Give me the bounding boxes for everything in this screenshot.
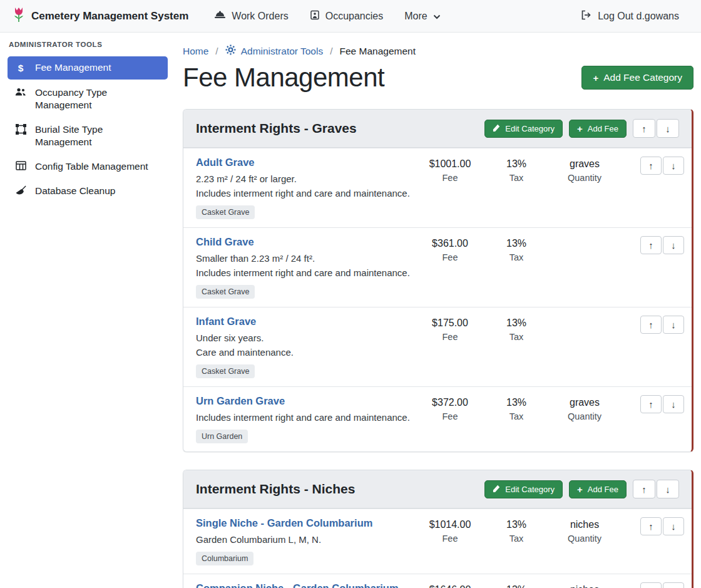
breadcrumb-separator: /	[330, 46, 332, 57]
fee-description: Includes interment right and care and ma…	[196, 186, 415, 200]
add-fee-button[interactable]: + Add Fee	[569, 480, 627, 498]
fee-move-down-button[interactable]: ↓	[663, 236, 684, 254]
fee-name-link[interactable]: Adult Grave	[196, 157, 255, 168]
sidebar-item-database-cleanup[interactable]: Database Cleanup	[8, 180, 168, 202]
fee-name-link[interactable]: Companion Niche - Garden Columbarium	[196, 582, 399, 588]
fee-info: Urn Garden Grave Includes interment righ…	[196, 395, 415, 443]
tax-value: 13%	[485, 237, 548, 250]
fee-type-badge: Casket Grave	[196, 285, 255, 299]
fee-row: Infant Grave Under six years. Care and m…	[183, 307, 692, 386]
vector-square-icon	[14, 124, 27, 135]
fee-move-down-button[interactable]: ↓	[663, 157, 684, 175]
fee-type-badge: Casket Grave	[196, 364, 255, 378]
fee-move-up-button[interactable]: ↑	[640, 316, 662, 334]
tax-value: 13%	[485, 396, 548, 410]
tax-value: 13%	[485, 518, 548, 532]
category-move-down-button[interactable]: ↓	[657, 119, 679, 138]
fee-row: Adult Grave 2.23 m² / 24 ft² or larger. …	[183, 148, 692, 227]
fee-move-up-button[interactable]: ↑	[640, 582, 662, 588]
edit-category-button[interactable]: Edit Category	[484, 480, 563, 498]
fee-amount: $372.00	[415, 396, 485, 410]
fee-row: Companion Niche - Garden Columbarium Gar…	[183, 574, 692, 588]
sidebar-item-label: Fee Management	[35, 61, 111, 74]
breadcrumb-separator: /	[215, 46, 218, 57]
fee-info: Single Niche - Garden Columbarium Garden…	[196, 517, 415, 565]
fee-amount-cell: $361.00 Fee	[415, 236, 485, 262]
fee-name-link[interactable]: Child Grave	[196, 236, 254, 248]
sidebar-item-label: Occupancy Type Management	[35, 86, 161, 111]
sidebar-item-burial-site-type-management[interactable]: Burial Site Type Management	[8, 118, 168, 153]
fee-amount-cell: $1646.00 Fee	[415, 582, 485, 588]
nav-more[interactable]: More	[395, 6, 449, 27]
category-header: Interment Rights - Niches Edit Category …	[183, 470, 692, 508]
sidebar-item-label: Config Table Management	[35, 160, 148, 173]
fee-description: Care and maintenance.	[196, 345, 415, 359]
sidebar-heading: ADMINISTRATOR TOOLS	[0, 41, 175, 54]
chevron-down-icon	[433, 11, 441, 22]
breadcrumb-current: Fee Management	[340, 46, 416, 57]
tax-cell: 13% Tax	[485, 236, 548, 262]
category-move-down-button[interactable]: ↓	[657, 480, 679, 498]
fee-move-up-button[interactable]: ↑	[640, 395, 662, 413]
fee-move-up-button[interactable]: ↑	[640, 517, 662, 535]
quantity-value: niches	[548, 518, 622, 532]
fee-name-link[interactable]: Single Niche - Garden Columbarium	[196, 517, 372, 529]
quantity-value: graves	[548, 157, 622, 171]
quantity-value: graves	[548, 396, 622, 410]
nav-occupancies-label: Occupancies	[325, 11, 384, 22]
fee-move-down-button[interactable]: ↓	[663, 395, 684, 413]
add-fee-button[interactable]: + Add Fee	[569, 120, 627, 138]
breadcrumb-home-link[interactable]: Home	[183, 46, 208, 57]
logout-icon	[581, 10, 592, 23]
category-header: Interment Rights - Graves Edit Category …	[183, 110, 692, 148]
fee-description: Includes interment right and care and ma…	[196, 266, 415, 280]
fee-amount: $361.00	[415, 237, 485, 250]
app-brand[interactable]: Cemetery Management System	[13, 6, 188, 26]
top-navbar: Cemetery Management System Work Orders O…	[0, 0, 701, 33]
fee-move-up-button[interactable]: ↑	[640, 157, 662, 175]
fee-name-link[interactable]: Urn Garden Grave	[196, 395, 285, 407]
tax-value: 13%	[485, 316, 548, 330]
nav-occupancies[interactable]: Occupancies	[300, 5, 393, 28]
breadcrumb-admin-tools-link[interactable]: Administrator Tools	[225, 44, 324, 58]
logout-label: Log Out d.gowans	[598, 11, 679, 22]
plus-icon: +	[577, 485, 583, 494]
tax-label: Tax	[485, 173, 548, 183]
sidebar-item-occupancy-type-management[interactable]: Occupancy Type Management	[8, 81, 168, 116]
fee-type-badge: Columbarium	[196, 552, 253, 565]
fee-amount-label: Fee	[415, 332, 485, 342]
tax-value: 13%	[485, 157, 548, 171]
fee-amount-cell: $1001.00 Fee	[415, 157, 485, 183]
tax-cell: 13% Tax	[485, 395, 548, 421]
tax-label: Tax	[485, 534, 548, 544]
fee-name-link[interactable]: Infant Grave	[196, 316, 256, 328]
fee-info: Child Grave Smaller than 2.23 m² / 24 ft…	[196, 236, 415, 299]
category-move-up-button[interactable]: ↑	[633, 480, 655, 498]
plus-icon: +	[577, 124, 583, 133]
logout-link[interactable]: Log Out d.gowans	[571, 5, 688, 28]
gear-icon	[225, 44, 236, 58]
edit-category-label: Edit Category	[505, 485, 555, 494]
tax-cell: 13% Tax	[485, 316, 548, 342]
add-fee-category-button[interactable]: + Add Fee Category	[581, 66, 693, 90]
sidebar-item-config-table-management[interactable]: Config Table Management	[8, 155, 168, 178]
category-move-up-button[interactable]: ↑	[633, 119, 655, 138]
quantity-cell	[548, 236, 622, 237]
tax-cell: 13% Tax	[485, 157, 548, 183]
nav-work-orders-label: Work Orders	[232, 11, 288, 22]
fee-amount-cell: $372.00 Fee	[415, 395, 485, 421]
add-fee-label: Add Fee	[588, 485, 618, 494]
fee-move-up-button[interactable]: ↑	[640, 236, 662, 254]
nav-work-orders[interactable]: Work Orders	[205, 5, 297, 27]
quantity-value: niches	[548, 583, 622, 588]
tax-value: 13%	[485, 583, 548, 588]
fee-row: Single Niche - Garden Columbarium Garden…	[183, 508, 692, 574]
quantity-label: Quantity	[548, 411, 622, 421]
nav-more-label: More	[404, 11, 427, 22]
fee-info: Companion Niche - Garden Columbarium Gar…	[196, 582, 415, 588]
fee-move-down-button[interactable]: ↓	[663, 582, 684, 588]
fee-move-down-button[interactable]: ↓	[663, 316, 684, 334]
fee-move-down-button[interactable]: ↓	[663, 517, 684, 535]
sidebar-item-fee-management[interactable]: $ Fee Management	[8, 56, 168, 80]
edit-category-button[interactable]: Edit Category	[484, 120, 563, 138]
